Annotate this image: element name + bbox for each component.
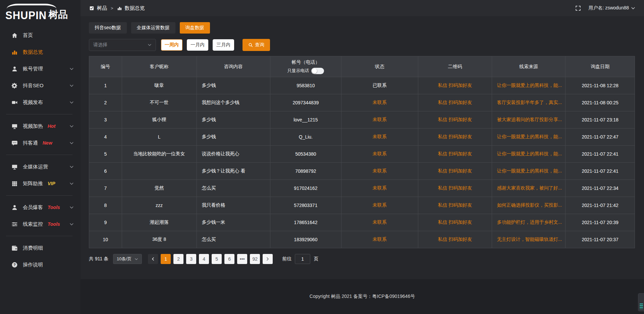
cell-account-phone: 183929060 [270,231,341,248]
username-label[interactable]: 用户名: zswodun88 [588,5,629,11]
cell-inquiry-content: 多少钱 [197,128,270,146]
cell-qr-links[interactable]: 私信 扫码加好友 [418,180,492,197]
cell-customer-nickname: 当地比较能吃的一位美女 [122,146,197,163]
breadcrumb-root[interactable]: 树品 [97,5,107,11]
cell-inquiry-date: 2021-11-07 23:18 [566,111,635,128]
cell-inquiry-content: 多少钱 [197,77,270,94]
logo-text-en: SHUPIN [5,9,47,22]
sidebar-item-account-management[interactable]: 账号管理 [0,60,80,77]
chevron-down-icon [69,205,74,210]
cell-lead-source[interactable]: 多功能护栏灯，适用于乡村文... [492,214,566,231]
search-button[interactable]: 查询 [243,39,270,51]
cell-qr-links[interactable]: 私信 扫码加好友 [418,128,492,146]
sidebar-item-member-baoke[interactable]: 会员爆客Tools [0,199,80,216]
page-button-6[interactable]: 6 [224,254,234,264]
column-header-label: 帐号（电话） [270,59,341,65]
sidebar-item-douyin-seo[interactable]: 抖音SEO [0,77,80,94]
goto-suffix: 页 [314,256,318,262]
sidebar-item-video-publish[interactable]: 视频发布 [0,94,80,111]
cell-qr-links[interactable]: 私信 扫码加好友 [418,163,492,180]
cell-status: 未联系 [341,128,418,146]
cell-inquiry-date: 2021-11-07 22:41 [566,163,635,180]
cell-inquiry-content: 多少钱一米 [197,214,270,231]
sidebar-item-operation-guide[interactable]: ?操作说明 [0,256,80,273]
table-row: 7觉然怎么买917024162未联系私信 扫码加好友感谢大家喜欢我家，被问了好.… [89,180,635,197]
cell-status: 未联系 [341,94,418,111]
period-button-within-week[interactable]: 一周内 [161,39,182,51]
cell-customer-nickname: 觉然 [122,180,197,197]
cell-lead-source[interactable]: 让你一眼就爱上的黑科技，能... [492,128,566,146]
question-icon: ? [11,262,18,268]
tab-omnimedia-data[interactable]: 全媒体运营数据 [131,22,175,34]
cell-status: 未联系 [341,111,418,128]
video-icon [11,99,18,106]
cell-qr-links[interactable]: 私信 扫码加好友 [418,77,492,94]
cell-qr-links[interactable]: 私信 扫码加好友 [418,231,492,248]
sidebar-item-douketong[interactable]: 抖客通New [0,135,80,151]
chevron-down-icon [69,124,74,128]
column-header: 线索来源 [492,56,566,77]
page-button-3[interactable]: 3 [186,254,196,264]
cell-qr-links[interactable]: 私信 扫码加好友 [418,94,492,111]
sidebar-item-label: 视频加热 [23,123,43,129]
phone-only-toggle[interactable] [311,68,324,74]
next-page-button[interactable] [263,254,273,264]
sidebar-item-label: 抖音SEO [23,83,44,89]
cell-qr-links[interactable]: 私信 扫码加好友 [418,146,492,163]
cell-lead-source[interactable]: 让你一眼就爱上的黑科技，能... [492,163,566,180]
cell-lead-source[interactable]: 让你一眼就爱上的黑科技，能... [492,146,566,163]
fullscreen-icon[interactable] [575,5,581,11]
cell-lead-source[interactable]: 感谢大家喜欢我家，被问了好... [492,180,566,197]
corner-widget[interactable] [638,293,644,311]
tab-inquiry-data[interactable]: 询盘数据 [180,22,210,34]
page-button-92[interactable]: 92 [250,254,260,264]
page-ellipsis[interactable]: ••• [237,254,247,264]
page-button-4[interactable]: 4 [199,254,209,264]
sidebar-item-video-heating[interactable]: 视频加热Hot [0,118,80,135]
cell-status: 未联系 [341,197,418,214]
app-root: SHUPIN 树品 首页数据总览账号管理抖音SEO视频发布视频加热Hot抖客通N… [0,0,644,314]
bar-chart-icon [117,6,122,11]
cell-lead-source[interactable]: 被大家追着问的客厅投影分享... [492,111,566,128]
app-logo[interactable]: SHUPIN 树品 [0,3,80,22]
period-button-within-quarter[interactable]: 三月内 [213,39,234,51]
data-tabs: 抖音seo数据全媒体运营数据询盘数据 [89,22,635,34]
chevron-down-icon [69,67,74,71]
page-size-select[interactable]: 10条/页 [113,254,142,264]
monitor-icon [11,164,18,170]
prev-page-button[interactable] [148,254,158,264]
column-header: 客户昵称 [122,56,197,77]
cell-lead-source[interactable]: 无主灯设计，智能磁吸轨道灯... [492,231,566,248]
cell-row-number: 5 [89,146,122,163]
cell-row-number: 2 [89,94,122,111]
chevron-down-icon [69,141,74,145]
sidebar-item-matrix-boost[interactable]: 矩阵助推VIP [0,175,80,192]
cell-qr-links[interactable]: 私信 扫码加好友 [418,214,492,231]
cell-lead-source[interactable]: 如何正确选择投影仪，买投影... [492,197,566,214]
cell-lead-source[interactable]: 客厅安装投影半年多了，真实... [492,94,566,111]
sidebar-item-label: 抖客通 [23,140,38,146]
sidebar-item-omnimedia-operation[interactable]: 全媒体运营 [0,158,80,175]
page-button-5[interactable]: 5 [212,254,222,264]
cell-inquiry-content: 我只看价格 [197,197,270,214]
sidebar-item-label: 视频发布 [23,99,43,106]
cell-qr-links[interactable]: 私信 扫码加好友 [418,111,492,128]
cell-lead-source[interactable]: 让你一眼就爱上的黑科技，能... [492,77,566,94]
cell-customer-nickname: 36度 8 [122,231,197,248]
sidebar-item-data-overview[interactable]: 数据总览 [0,44,80,60]
page-button-2[interactable]: 2 [173,254,183,264]
sidebar-item-label: 消费明细 [23,245,43,251]
sidebar-item-consumption-detail[interactable]: 消费明细 [0,240,80,256]
tab-douyin-seo-data[interactable]: 抖音seo数据 [89,22,127,34]
filter-select[interactable]: 请选择 [89,39,156,51]
sidebar-item-home[interactable]: 首页 [0,27,80,44]
cell-qr-links[interactable]: 私信 扫码加好友 [418,197,492,214]
goto-page-input[interactable] [295,254,310,264]
page-button-1[interactable]: 1 [161,254,171,264]
chevron-down-icon[interactable] [631,6,635,10]
cell-customer-nickname: 不可一世 [122,94,197,111]
table-row: 2不可一世我想问这个多少钱2097344839未联系私信 扫码加好友客厅安装投影… [89,94,635,111]
cell-inquiry-content: 多少钱 [197,111,270,128]
period-button-within-month[interactable]: 一月内 [187,39,208,51]
sidebar-item-lead-monitor[interactable]: 线索监控Tools [0,216,80,232]
